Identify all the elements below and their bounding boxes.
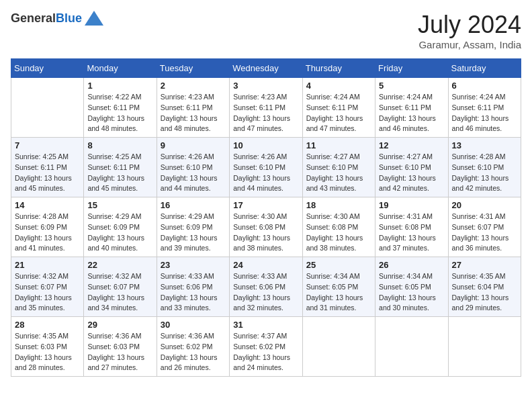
calendar-cell: 7Sunrise: 4:25 AMSunset: 6:11 PMDaylight… <box>11 138 84 197</box>
day-info: Sunrise: 4:34 AMSunset: 6:05 PMDaylight:… <box>306 271 371 314</box>
calendar-cell: 26Sunrise: 4:34 AMSunset: 6:05 PMDayligh… <box>375 257 448 317</box>
day-number: 7 <box>15 140 80 150</box>
day-number: 19 <box>379 200 444 210</box>
header: GeneralBlue July 2024 Garamur, Assam, In… <box>11 11 521 50</box>
day-info: Sunrise: 4:23 AMSunset: 6:11 PMDaylight:… <box>161 92 226 134</box>
calendar-cell: 4Sunrise: 4:24 AMSunset: 6:11 PMDaylight… <box>302 78 375 138</box>
weekday-header-tuesday: Tuesday <box>157 59 229 78</box>
day-number: 20 <box>452 200 517 210</box>
day-info: Sunrise: 4:24 AMSunset: 6:11 PMDaylight:… <box>452 92 517 134</box>
logo-general-text: General <box>11 11 56 25</box>
day-number: 8 <box>87 140 152 150</box>
day-number: 6 <box>452 81 517 91</box>
day-info: Sunrise: 4:25 AMSunset: 6:11 PMDaylight:… <box>15 152 80 194</box>
day-info: Sunrise: 4:29 AMSunset: 6:09 PMDaylight:… <box>161 212 226 254</box>
calendar-cell: 13Sunrise: 4:28 AMSunset: 6:10 PMDayligh… <box>448 138 521 197</box>
day-number: 9 <box>161 140 226 150</box>
weekday-header-friday: Friday <box>375 59 448 78</box>
day-info: Sunrise: 4:25 AMSunset: 6:11 PMDaylight:… <box>87 152 152 194</box>
calendar-cell: 17Sunrise: 4:30 AMSunset: 6:08 PMDayligh… <box>230 197 302 257</box>
day-info: Sunrise: 4:33 AMSunset: 6:06 PMDaylight:… <box>233 271 298 314</box>
day-info: Sunrise: 4:30 AMSunset: 6:08 PMDaylight:… <box>306 212 371 254</box>
day-number: 16 <box>161 200 226 210</box>
calendar-cell <box>302 317 375 377</box>
day-info: Sunrise: 4:36 AMSunset: 6:03 PMDaylight:… <box>87 331 152 373</box>
logo-blue-text: Blue <box>56 11 82 25</box>
calendar-cell: 22Sunrise: 4:32 AMSunset: 6:07 PMDayligh… <box>84 257 157 317</box>
logo: GeneralBlue <box>11 11 103 26</box>
day-number: 3 <box>233 81 298 91</box>
weekday-header-monday: Monday <box>84 59 157 78</box>
day-info: Sunrise: 4:37 AMSunset: 6:02 PMDaylight:… <box>233 331 298 373</box>
day-info: Sunrise: 4:32 AMSunset: 6:07 PMDaylight:… <box>87 271 152 314</box>
calendar-body: 1Sunrise: 4:22 AMSunset: 6:11 PMDaylight… <box>11 78 521 377</box>
calendar-cell <box>11 78 84 138</box>
day-number: 2 <box>161 81 226 91</box>
calendar-cell: 16Sunrise: 4:29 AMSunset: 6:09 PMDayligh… <box>157 197 229 257</box>
day-info: Sunrise: 4:27 AMSunset: 6:10 PMDaylight:… <box>306 152 371 194</box>
calendar-cell: 30Sunrise: 4:36 AMSunset: 6:02 PMDayligh… <box>157 317 229 377</box>
calendar-cell: 9Sunrise: 4:26 AMSunset: 6:10 PMDaylight… <box>157 138 229 197</box>
weekday-header-row: SundayMondayTuesdayWednesdayThursdayFrid… <box>11 59 521 78</box>
calendar-cell: 15Sunrise: 4:29 AMSunset: 6:09 PMDayligh… <box>84 197 157 257</box>
calendar-cell <box>448 317 521 377</box>
calendar-cell: 10Sunrise: 4:26 AMSunset: 6:10 PMDayligh… <box>230 138 302 197</box>
day-info: Sunrise: 4:29 AMSunset: 6:09 PMDaylight:… <box>87 212 152 254</box>
day-number: 23 <box>161 260 226 270</box>
day-number: 24 <box>233 260 298 270</box>
day-info: Sunrise: 4:28 AMSunset: 6:10 PMDaylight:… <box>452 152 517 194</box>
calendar-cell: 14Sunrise: 4:28 AMSunset: 6:09 PMDayligh… <box>11 197 84 257</box>
day-number: 13 <box>452 140 517 150</box>
calendar-header: SundayMondayTuesdayWednesdayThursdayFrid… <box>11 59 521 78</box>
day-number: 10 <box>233 140 298 150</box>
calendar-cell: 31Sunrise: 4:37 AMSunset: 6:02 PMDayligh… <box>230 317 302 377</box>
day-number: 1 <box>87 81 152 91</box>
day-number: 4 <box>306 81 371 91</box>
day-info: Sunrise: 4:31 AMSunset: 6:08 PMDaylight:… <box>379 212 444 254</box>
day-number: 5 <box>379 81 444 91</box>
weekday-header-thursday: Thursday <box>302 59 375 78</box>
day-number: 14 <box>15 200 80 210</box>
calendar-cell: 23Sunrise: 4:33 AMSunset: 6:06 PMDayligh… <box>157 257 229 317</box>
day-info: Sunrise: 4:30 AMSunset: 6:08 PMDaylight:… <box>233 212 298 254</box>
day-number: 26 <box>379 260 444 270</box>
calendar-week-row: 28Sunrise: 4:35 AMSunset: 6:03 PMDayligh… <box>11 317 521 377</box>
calendar-cell <box>375 317 448 377</box>
day-number: 30 <box>161 320 226 330</box>
day-number: 27 <box>452 260 517 270</box>
calendar-cell: 2Sunrise: 4:23 AMSunset: 6:11 PMDaylight… <box>157 78 229 138</box>
day-info: Sunrise: 4:26 AMSunset: 6:10 PMDaylight:… <box>233 152 298 194</box>
calendar-cell: 19Sunrise: 4:31 AMSunset: 6:08 PMDayligh… <box>375 197 448 257</box>
calendar-week-row: 1Sunrise: 4:22 AMSunset: 6:11 PMDaylight… <box>11 78 521 138</box>
calendar-cell: 11Sunrise: 4:27 AMSunset: 6:10 PMDayligh… <box>302 138 375 197</box>
month-title: July 2024 <box>418 11 521 39</box>
calendar-cell: 3Sunrise: 4:23 AMSunset: 6:11 PMDaylight… <box>230 78 302 138</box>
weekday-header-wednesday: Wednesday <box>230 59 302 78</box>
day-number: 21 <box>15 260 80 270</box>
weekday-header-saturday: Saturday <box>448 59 521 78</box>
day-info: Sunrise: 4:28 AMSunset: 6:09 PMDaylight:… <box>15 212 80 254</box>
calendar-cell: 6Sunrise: 4:24 AMSunset: 6:11 PMDaylight… <box>448 78 521 138</box>
calendar-cell: 20Sunrise: 4:31 AMSunset: 6:07 PMDayligh… <box>448 197 521 257</box>
location-title: Garamur, Assam, India <box>418 39 521 50</box>
calendar-cell: 21Sunrise: 4:32 AMSunset: 6:07 PMDayligh… <box>11 257 84 317</box>
calendar-week-row: 14Sunrise: 4:28 AMSunset: 6:09 PMDayligh… <box>11 197 521 257</box>
day-number: 22 <box>87 260 152 270</box>
calendar-cell: 5Sunrise: 4:24 AMSunset: 6:11 PMDaylight… <box>375 78 448 138</box>
day-info: Sunrise: 4:31 AMSunset: 6:07 PMDaylight:… <box>452 212 517 254</box>
calendar-week-row: 7Sunrise: 4:25 AMSunset: 6:11 PMDaylight… <box>11 138 521 197</box>
day-info: Sunrise: 4:27 AMSunset: 6:10 PMDaylight:… <box>379 152 444 194</box>
day-number: 17 <box>233 200 298 210</box>
day-info: Sunrise: 4:32 AMSunset: 6:07 PMDaylight:… <box>15 271 80 314</box>
day-info: Sunrise: 4:22 AMSunset: 6:11 PMDaylight:… <box>87 92 152 134</box>
day-number: 12 <box>379 140 444 150</box>
calendar-cell: 28Sunrise: 4:35 AMSunset: 6:03 PMDayligh… <box>11 317 84 377</box>
title-area: July 2024 Garamur, Assam, India <box>418 11 521 50</box>
calendar-cell: 8Sunrise: 4:25 AMSunset: 6:11 PMDaylight… <box>84 138 157 197</box>
day-info: Sunrise: 4:35 AMSunset: 6:04 PMDaylight:… <box>452 271 517 314</box>
day-info: Sunrise: 4:35 AMSunset: 6:03 PMDaylight:… <box>15 331 80 373</box>
day-number: 15 <box>87 200 152 210</box>
weekday-header-sunday: Sunday <box>11 59 84 78</box>
calendar-cell: 24Sunrise: 4:33 AMSunset: 6:06 PMDayligh… <box>230 257 302 317</box>
day-info: Sunrise: 4:36 AMSunset: 6:02 PMDaylight:… <box>161 331 226 373</box>
